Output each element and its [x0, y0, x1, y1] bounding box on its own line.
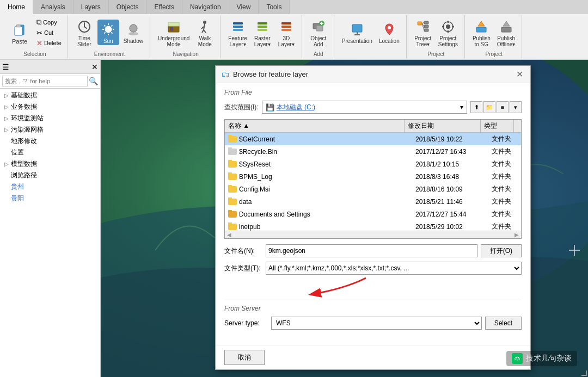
dialog-close-button[interactable]: ✕ [514, 69, 525, 80]
sidebar-item-model-data[interactable]: ▷模型数据 [0, 158, 100, 170]
browse-options-button[interactable]: ▾ [510, 101, 522, 113]
underground-mode-button[interactable]: UndergroundMode [156, 17, 192, 48]
ribbon-group-selection: Paste ⧉ Copy ✂ Cut ✕ Delete [2, 15, 68, 58]
svg-point-14 [128, 32, 138, 35]
folder-icon-getcurrent [228, 136, 237, 143]
ribbon-group-layers: FeatureLayer▾ RasterLayer▾ [222, 15, 302, 58]
server-type-select[interactable]: WFS WMS ArcGIS [271, 317, 482, 330]
file-row-data[interactable]: data 2018/5/21 11:46 文件夹 [225, 195, 521, 208]
from-server-label: From Server [224, 305, 522, 312]
svg-line-11 [111, 26, 112, 27]
raster-layer-button[interactable]: RasterLayer▾ [252, 17, 273, 48]
col-type-header[interactable]: 类型 [481, 120, 513, 132]
svg-rect-15 [168, 26, 179, 32]
walk-mode-label: WalkMode [198, 35, 212, 47]
walk-mode-icon [196, 18, 213, 35]
watermark: 技术几句杂谈 [506, 351, 577, 366]
scroll-right-btn[interactable]: ▶ [514, 232, 519, 238]
sidebar-item-pollution-grid[interactable]: ▷污染源网格 [0, 124, 100, 135]
sidebar-menu-icon[interactable]: ☰ [2, 63, 9, 71]
project-group-label: Project [427, 50, 444, 57]
tab-layers[interactable]: Layers [74, 0, 109, 14]
project-settings-button[interactable]: ProjectSettings [436, 17, 460, 48]
sidebar-item-location[interactable]: ▷位置 [0, 147, 100, 158]
3d-layer-button[interactable]: 3DLayer▾ [275, 17, 297, 48]
location-button[interactable]: Location [377, 20, 402, 45]
svg-rect-27 [258, 26, 267, 28]
svg-rect-2 [16, 25, 21, 27]
presentation-button[interactable]: Presentation [340, 20, 375, 45]
shadow-button[interactable]: Shadow [121, 20, 145, 45]
file-row-inetpub[interactable]: inetpub 2018/5/29 10:02 文件夹 [225, 220, 521, 231]
tab-effects[interactable]: Effects [146, 0, 182, 14]
dialog-footer: 取消 [216, 345, 530, 369]
sun-button[interactable]: Sun [97, 20, 119, 45]
file-row-getcurrent[interactable]: $GetCurrent 2018/5/19 10:22 文件夹 [225, 133, 521, 145]
sidebar-item-guiyang[interactable]: ▷贵阳 [0, 193, 100, 204]
publish-sg-button[interactable]: Publishto SG [470, 17, 493, 48]
tab-home[interactable]: Home [0, 0, 33, 14]
delete-icon: ✕ [36, 39, 42, 47]
tab-objects[interactable]: Objects [109, 0, 147, 14]
sidebar-item-guizhou[interactable]: ▷贵州 [0, 181, 100, 193]
browse-path-dropdown[interactable]: 💾 本地磁盘 (C:) ▾ [262, 101, 467, 114]
paste-button[interactable]: Paste [7, 20, 33, 46]
browse-back-button[interactable]: ⬆ [470, 101, 482, 113]
sidebar-item-basic-data[interactable]: ▷基础数据 [0, 90, 100, 101]
browse-new-folder-button[interactable]: 📁 [483, 101, 495, 113]
filename-input[interactable] [266, 244, 477, 257]
file-row-config[interactable]: Config.Msi 2018/8/16 10:09 文件夹 [225, 183, 521, 195]
presentation-icon [348, 21, 366, 38]
feature-layer-button[interactable]: FeatureLayer▾ [226, 17, 249, 48]
walk-mode-button[interactable]: WalkMode [194, 17, 216, 48]
svg-point-18 [203, 21, 206, 24]
scroll-left-btn[interactable]: ◀ [227, 232, 231, 238]
tab-analysis[interactable]: Analysis [33, 0, 74, 14]
sidebar-item-business-data[interactable]: ▷业务数据 [0, 101, 100, 113]
resize-handle[interactable] [581, 370, 587, 376]
sidebar-item-terrain[interactable]: ▷地形修改 [0, 135, 100, 147]
project-tree-button[interactable]: ProjectTree▾ [412, 17, 434, 48]
shadow-label: Shadow [124, 38, 143, 44]
select-button[interactable]: Select [485, 317, 522, 330]
cancel-button[interactable]: 取消 [224, 350, 265, 365]
filename-label: 文件名(N): [224, 246, 262, 256]
filename-row: 文件名(N): 打开(O) [224, 244, 522, 257]
file-row-bpms[interactable]: BPMS_Log 2018/8/3 16:48 文件夹 [225, 170, 521, 183]
browse-toolbar-buttons: ⬆ 📁 ≡ ▾ [470, 101, 522, 113]
tab-navigation[interactable]: Navigation [182, 0, 229, 14]
tab-view[interactable]: View [229, 0, 259, 14]
tree-arrow: ▷ [4, 161, 9, 167]
col-date-header[interactable]: 修改日期 [405, 120, 481, 132]
feature-layer-label: FeatureLayer▾ [228, 35, 247, 47]
sidebar-search-input[interactable] [2, 76, 88, 86]
environment-group-label: Environment [94, 50, 125, 57]
cut-button[interactable]: ✂ Cut [35, 28, 63, 38]
cut-icon: ✂ [36, 29, 42, 37]
file-row-recycle[interactable]: $Recycle.Bin 2017/12/27 16:43 文件夹 [225, 145, 521, 158]
publish-offline-button[interactable]: PublishOffline▾ [495, 17, 518, 48]
sidebar-item-browse-path[interactable]: ▷浏览路径 [0, 170, 100, 181]
sidebar-item-env-station[interactable]: ▷环境监测站 [0, 113, 100, 124]
col-name-header[interactable]: 名称 ▲ [225, 120, 405, 132]
time-slider-button[interactable]: TimeSlider [74, 17, 95, 48]
tab-tools[interactable]: Tools [259, 0, 290, 14]
copy-label: Copy [43, 19, 57, 26]
svg-rect-53 [452, 26, 454, 27]
search-icon[interactable]: 🔍 [89, 77, 98, 85]
ribbon-group-navigation: UndergroundMode WalkMode Na [151, 15, 220, 58]
delete-button[interactable]: ✕ Delete [35, 39, 63, 48]
sort-arrow-name: ▲ [243, 122, 249, 129]
copy-button[interactable]: ⧉ Copy [35, 17, 63, 27]
file-row-sysreset[interactable]: $SysReset 2018/1/2 10:15 文件夹 [225, 158, 521, 170]
browse-view-button[interactable]: ≡ [497, 101, 509, 113]
svg-line-10 [111, 33, 112, 34]
sidebar-close-icon[interactable]: ✕ [91, 63, 98, 71]
file-row-documents[interactable]: Documents and Settings 2017/12/27 15:44 … [225, 208, 521, 220]
object-add-button[interactable]: ObjectAdd [308, 17, 329, 48]
underground-mode-label: UndergroundMode [158, 35, 189, 47]
svg-line-12 [104, 33, 105, 34]
open-button[interactable]: 打开(O) [481, 244, 522, 257]
horizontal-scrollbar[interactable]: ◀ ▶ [225, 231, 521, 238]
dialog-body: From File 查找范围(I): 💾 本地磁盘 (C:) ▾ ⬆ 📁 ≡ [216, 83, 530, 345]
